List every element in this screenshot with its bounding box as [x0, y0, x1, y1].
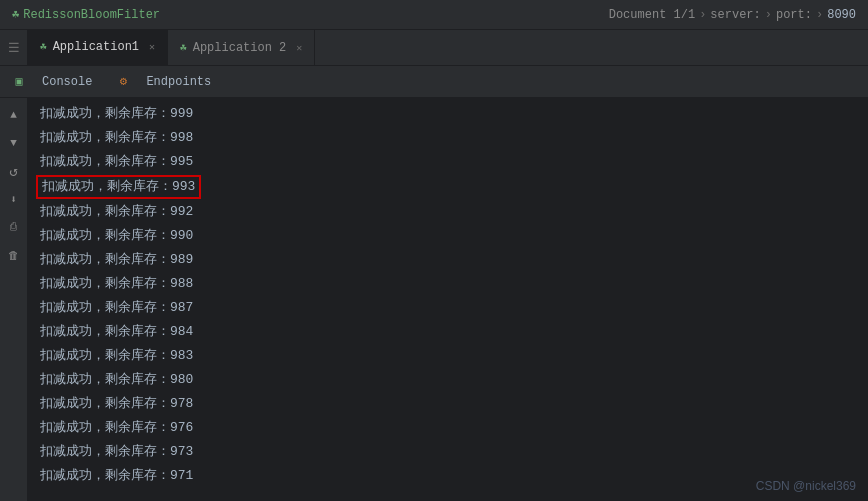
sep3: › — [816, 8, 823, 22]
watermark: CSDN @nickel369 — [756, 479, 856, 493]
spring-icon: ☘ — [12, 7, 19, 22]
sep1: › — [699, 8, 706, 22]
main-area: ▲ ▼ ↺ ⬇ ⎙ 🗑 扣减成功，剩余库存：999扣减成功，剩余库存：998扣减… — [0, 98, 868, 501]
sep2: › — [765, 8, 772, 22]
filter-name-area: ☘ RedissonBloomFilter — [12, 7, 160, 22]
tab-application2[interactable]: ☘ Application 2 ✕ — [168, 30, 315, 66]
console-output: 扣减成功，剩余库存：999扣减成功，剩余库存：998扣减成功，剩余库存：995扣… — [28, 98, 868, 501]
tab2-spring-icon: ☘ — [180, 41, 187, 54]
clear-button[interactable]: 🗑 — [3, 244, 25, 266]
breadcrumb-doc: Document 1/1 — [609, 8, 695, 22]
log-line: 扣减成功，剩余库存：989 — [28, 248, 868, 272]
top-bar: ☘ RedissonBloomFilter Document 1/1 › ser… — [0, 0, 868, 30]
tab-application1[interactable]: ☘ Application1 ✕ — [28, 30, 168, 66]
log-line: 扣减成功，剩余库存：971 — [28, 464, 868, 488]
tab2-close-icon[interactable]: ✕ — [296, 42, 302, 54]
tab-bar: ☰ ☘ Application1 ✕ ☘ Application 2 ✕ — [0, 30, 868, 66]
log-line: 扣减成功，剩余库存：984 — [28, 320, 868, 344]
log-line: 扣减成功，剩余库存：983 — [28, 344, 868, 368]
tab2-label: Application 2 — [193, 41, 287, 55]
log-line: 扣减成功，剩余库存：988 — [28, 272, 868, 296]
console-tab-label[interactable]: Console — [34, 75, 100, 89]
log-line: 扣减成功，剩余库存：993 — [28, 174, 868, 200]
scroll-up-button[interactable]: ▲ — [3, 104, 25, 126]
breadcrumb-server-label: server: — [710, 8, 760, 22]
log-line: 扣减成功，剩余库存：980 — [28, 368, 868, 392]
endpoints-tab-icon: ⚙ — [112, 71, 134, 93]
reset-button[interactable]: ↺ — [3, 160, 25, 182]
filter-name: RedissonBloomFilter — [23, 8, 160, 22]
log-line: 扣减成功，剩余库存：990 — [28, 224, 868, 248]
export-button[interactable]: ⬇ — [3, 188, 25, 210]
log-line: 扣减成功，剩余库存：995 — [28, 150, 868, 174]
breadcrumb-port-value: 8090 — [827, 8, 856, 22]
action-bar: ▲ ▼ ↺ ⬇ ⎙ 🗑 — [0, 98, 28, 501]
console-tab-icon: ▣ — [8, 71, 30, 93]
sidebar-toggle[interactable]: ☰ — [0, 30, 28, 66]
print-button[interactable]: ⎙ — [3, 216, 25, 238]
tab1-close-icon[interactable]: ✕ — [149, 41, 155, 53]
breadcrumb-port-label: port: — [776, 8, 812, 22]
log-line: 扣减成功，剩余库存：976 — [28, 416, 868, 440]
log-line: 扣减成功，剩余库存：998 — [28, 126, 868, 150]
log-line: 扣减成功，剩余库存：999 — [28, 102, 868, 126]
endpoints-tab-label[interactable]: Endpoints — [138, 75, 219, 89]
scroll-down-button[interactable]: ▼ — [3, 132, 25, 154]
log-line: 扣减成功，剩余库存：973 — [28, 440, 868, 464]
breadcrumb: Document 1/1 › server: › port: › 8090 — [609, 8, 856, 22]
sidebar-toggle-icon: ☰ — [8, 40, 20, 56]
log-line: 扣减成功，剩余库存：987 — [28, 296, 868, 320]
log-line: 扣减成功，剩余库存：992 — [28, 200, 868, 224]
tab1-spring-icon: ☘ — [40, 40, 47, 53]
tab1-label: Application1 — [53, 40, 139, 54]
log-line: 扣减成功，剩余库存：978 — [28, 392, 868, 416]
toolbar-row: ▣ Console ⚙ Endpoints — [0, 66, 868, 98]
